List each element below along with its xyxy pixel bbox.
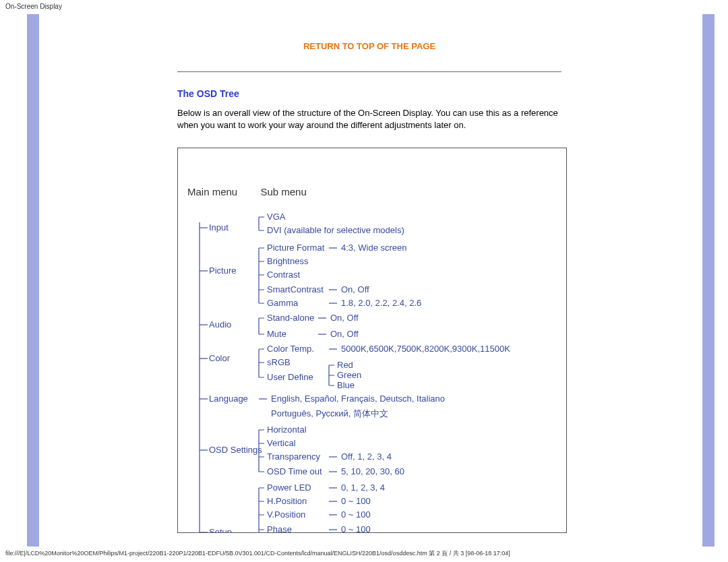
phase: Phase xyxy=(267,524,292,533)
input-dvi: DVI (available for selective models) xyxy=(267,225,404,235)
transparency: Transparency xyxy=(267,451,320,462)
mute-val: On, Off xyxy=(330,329,359,339)
color-label: Color xyxy=(209,353,231,363)
vposition: V.Position xyxy=(267,509,305,520)
main-menu-header: Main menu xyxy=(187,186,237,197)
transparency-val: Off, 1, 2, 3, 4 xyxy=(341,451,392,462)
green: Green xyxy=(337,370,361,380)
userdefine: User Define xyxy=(267,372,313,382)
gamma-val: 1.8, 2.0, 2.2, 2.4, 2.6 xyxy=(341,298,421,308)
right-side-bar xyxy=(702,14,715,547)
language-label: Language xyxy=(209,394,248,404)
tree-svg: Input VGA DVI (available for selective m… xyxy=(186,209,567,533)
colortemp: Color Temp. xyxy=(267,344,314,354)
setup-label: Setup xyxy=(209,527,232,533)
srgb: sRGB xyxy=(267,357,291,367)
timeout-val: 5, 10, 20, 30, 60 xyxy=(341,466,404,476)
smartcontrast: SmartContrast xyxy=(267,284,324,294)
audio-label: Audio xyxy=(209,319,231,330)
input-label: Input xyxy=(209,222,229,232)
section-heading: The OSD Tree xyxy=(177,88,702,99)
language-line2: Português, Русский, 简体中文 xyxy=(271,408,388,418)
red: Red xyxy=(337,360,353,370)
mute: Mute xyxy=(267,329,286,339)
hposition: H.Position xyxy=(267,496,307,506)
main-frame: RETURN TO TOP OF THE PAGE The OSD Tree B… xyxy=(27,14,715,547)
gamma: Gamma xyxy=(267,298,299,308)
sub-menu-header: Sub menu xyxy=(260,186,306,197)
language-line1: English, Español, Français, Deutsch, Ita… xyxy=(271,394,445,404)
section-paragraph: Below is an overall view of the structur… xyxy=(177,107,568,131)
smartcontrast-val: On, Off xyxy=(341,284,369,294)
powerled: Power LED xyxy=(267,482,311,493)
content-area: RETURN TO TOP OF THE PAGE The OSD Tree B… xyxy=(39,14,702,547)
standalone-val: On, Off xyxy=(330,313,359,323)
menu-headers: Main menu Sub menu xyxy=(187,186,307,197)
horizontal: Horizontal xyxy=(267,425,307,435)
hposition-val: 0 ~ 100 xyxy=(341,496,371,506)
colortemp-val: 5000K,6500K,7500K,8200K,9300K,11500K xyxy=(341,344,510,354)
vposition-val: 0 ~ 100 xyxy=(341,509,371,520)
contrast: Contrast xyxy=(267,270,301,280)
osd-label: OSD Settings xyxy=(209,445,262,455)
return-to-top-link[interactable]: RETURN TO TOP OF THE PAGE xyxy=(177,14,562,65)
input-vga: VGA xyxy=(267,212,286,222)
picture-format-val: 4:3, Wide screen xyxy=(341,243,407,253)
brightness: Brightness xyxy=(267,256,309,266)
divider xyxy=(177,71,562,72)
page-header: On-Screen Display xyxy=(0,0,728,13)
powerled-val: 0, 1, 2, 3, 4 xyxy=(341,482,385,493)
osd-tree-diagram: Main menu Sub menu Input VGA DVI (availa… xyxy=(177,148,567,533)
phase-val: 0 ~ 100 xyxy=(341,524,371,533)
picture-label: Picture xyxy=(209,266,236,276)
standalone: Stand-alone xyxy=(267,313,314,323)
footer-path: file:///E|/LCD%20Monitor%20OEM/Philips/M… xyxy=(0,547,728,561)
blue: Blue xyxy=(337,380,355,390)
vertical: Vertical xyxy=(267,438,296,448)
left-side-bar xyxy=(27,14,39,547)
picture-format: Picture Format xyxy=(267,243,325,253)
timeout: OSD Time out xyxy=(267,466,322,476)
